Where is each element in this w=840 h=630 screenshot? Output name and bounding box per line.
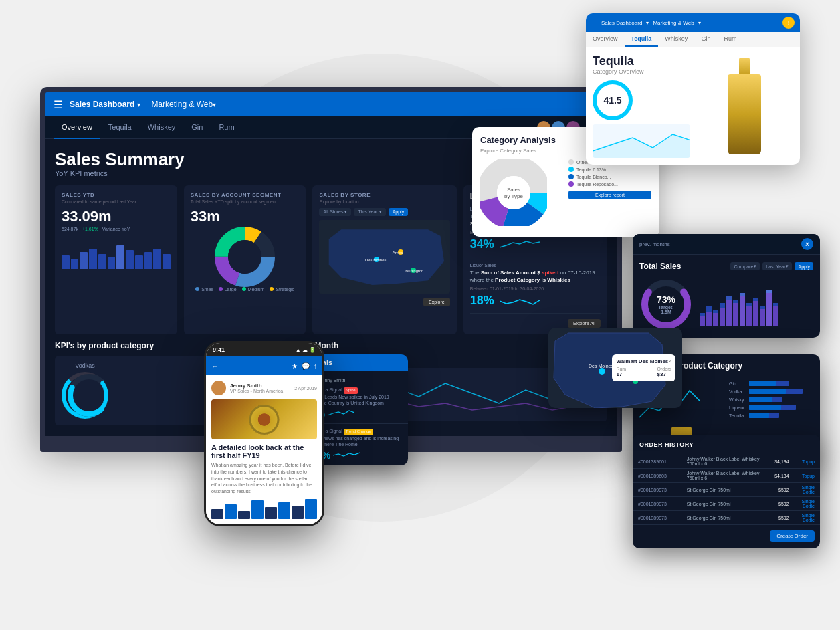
bar-jul — [116, 245, 124, 269]
svg-point-60 — [599, 368, 605, 375]
bar-feb — [71, 259, 79, 269]
svg-rect-52 — [749, 397, 772, 402]
order-action-5[interactable]: Single Bottle — [792, 513, 815, 522]
explore-btn[interactable]: Explore — [423, 298, 450, 306]
sales-bar-area — [700, 280, 813, 329]
tab-overview[interactable]: Overview — [54, 116, 100, 139]
popup-close[interactable]: × — [668, 358, 671, 364]
last-year-ctrl-btn[interactable]: Last Year ▾ — [762, 262, 792, 270]
nav-title: Sales Dashboard — [70, 100, 134, 109]
legend-medium: Medium — [242, 287, 265, 292]
phone-nav-bar: ← ★ 💬 ↑ — [206, 356, 322, 375]
compare-ctrl-btn[interactable]: Compare ▾ — [730, 262, 760, 270]
phone-article: Jenny Smith VP Sales - North America 2 A… — [206, 375, 322, 524]
order-action-1[interactable]: Topup — [792, 459, 815, 464]
map-label-burlington: Burlington — [405, 269, 423, 273]
all-stores-btn[interactable]: All Stores ▾ — [319, 208, 351, 216]
nav-chevron2-icon: ▾ — [213, 101, 216, 108]
bar-aug — [126, 250, 134, 269]
ring-percentage: 73% — [653, 294, 679, 305]
tequila-nav-hamburger: ☰ — [591, 19, 597, 27]
total-sales-title-row: Total Sales Compare ▾ Last Year ▾ Apply — [633, 255, 820, 278]
orders-table: #0001389601 Johny Walker Black Label Whi… — [633, 455, 820, 525]
phone-avatar — [211, 381, 226, 395]
phone-nav-actions: ★ 💬 ↑ — [292, 362, 317, 370]
map-label-desmoines: Des Moines — [365, 258, 387, 262]
ptab-gin[interactable]: Gin — [694, 32, 717, 47]
phone-chat-icon[interactable]: 💬 — [302, 362, 310, 370]
order-row-3: #0001389973 St George Gin 750ml $592 Sin… — [633, 483, 820, 497]
legend-text-tequila-blanco: Tequila Blanco... — [576, 175, 611, 179]
legend-dot-large — [219, 287, 223, 291]
legend-dot-tequila-reposado — [568, 181, 574, 187]
tequila-panel-body: Tequila Category Overview 41.5 — [586, 47, 800, 165]
svg-rect-32 — [713, 313, 718, 326]
tequila-left-panel: Tequila Category Overview 41.5 — [593, 54, 690, 158]
order-name-2: Johny Walker Black Label Whiskey 750ml x… — [687, 471, 764, 480]
svg-rect-33 — [720, 308, 725, 326]
map-area: Des Moines Ames Burlington — [319, 220, 449, 294]
this-year-btn[interactable]: This Year ▾ — [354, 208, 385, 216]
svg-rect-36 — [740, 296, 745, 326]
phone-bar-7 — [292, 506, 304, 519]
map-apply-btn[interactable]: Apply — [389, 208, 409, 216]
create-order-btn[interactable]: Create Order — [770, 530, 815, 542]
tab-tequila[interactable]: Tequila — [100, 116, 140, 139]
cat-analysis-body: Sales by Type Other Tequila 6.13% Tequil… — [480, 159, 651, 229]
explore-report-btn[interactable]: Explore report — [568, 191, 651, 199]
popup-header: Walmart Des Moines × — [616, 358, 671, 364]
product-cat-bar-svg: Gin Vodka Whisky Liqueur Tequila — [729, 377, 809, 424]
order-action-3[interactable]: Single Bottle — [792, 485, 815, 494]
tequila-panel-nav: ☰ Sales Dashboard ▾ Marketing & Web ▾ ! — [586, 13, 800, 32]
ring-value-display: 73% Target: 1.5M — [653, 294, 679, 314]
total-sales-bar-svg — [700, 280, 813, 326]
close-button[interactable]: × — [801, 238, 813, 250]
ptab-tequila[interactable]: Tequila — [625, 32, 659, 47]
signal-text-2: The Sum of Sales Amount $ spiked on 07-1… — [470, 269, 601, 284]
apply-ctrl-btn[interactable]: Apply — [795, 262, 813, 270]
popup-orders: Orders $37 — [657, 366, 671, 377]
total-sales-header: prev. months × — [633, 234, 820, 255]
tab-rum[interactable]: Rum — [211, 116, 242, 139]
order-action-4[interactable]: Single Bottle — [792, 499, 815, 508]
ptab-overview[interactable]: Overview — [586, 32, 625, 47]
tequila-sparkline-svg — [593, 124, 690, 158]
legend-text-tequila-reposado: Tequila Reposado... — [576, 182, 618, 187]
sales-account-title: SALES BY ACCOUNT SEGMENT — [191, 192, 300, 198]
bar-mar — [80, 252, 88, 269]
bar-sep — [135, 255, 143, 269]
phone-status-icons: ▲ ☁ 🔋 — [296, 347, 316, 353]
phone-back-icon[interactable]: ← — [211, 362, 218, 370]
legend-strategic: Strategic — [270, 287, 294, 292]
svg-rect-55 — [749, 405, 781, 410]
explore-all-btn[interactable]: Explore All — [568, 319, 601, 328]
legend-small: Small — [195, 287, 213, 292]
phone-star-icon[interactable]: ★ — [292, 362, 298, 370]
order-action-2[interactable]: Topup — [792, 474, 815, 478]
legend-text-tequila: Tequila 6.13% — [576, 167, 606, 172]
sales-account-value: 33m — [191, 208, 300, 225]
tab-whiskey[interactable]: Whiskey — [140, 116, 184, 139]
orders-header: ORDER HISTORY — [633, 435, 820, 455]
svg-text:Des Moines: Des Moines — [589, 364, 613, 369]
bottle-neck — [739, 58, 750, 74]
popup-orders-value: $37 — [657, 371, 671, 377]
hamburger-icon[interactable]: ☰ — [54, 98, 63, 111]
phone-article-text: What an amazing year it has been. Before… — [211, 462, 317, 495]
panel-orders: ORDER HISTORY #0001389601 Johny Walker B… — [633, 435, 820, 548]
tab-gin[interactable]: Gin — [183, 116, 211, 139]
donut-legend: Small Large Medium — [195, 287, 294, 292]
svg-point-5 — [228, 240, 261, 274]
sales-ytd-meta: 524.87k +1.61% Variance YoY — [62, 227, 171, 231]
total-sales-controls: Compare ▾ Last Year ▾ Apply — [730, 262, 813, 270]
sales-account-subtitle: Total Sales YTD split by account segment — [191, 199, 300, 204]
ptab-rum[interactable]: Rum — [717, 32, 743, 47]
phone-share-icon[interactable]: ↑ — [314, 362, 317, 370]
legend-dot-small — [195, 287, 199, 291]
legend-label-small: Small — [201, 287, 213, 292]
svg-text:by Type: by Type — [504, 193, 523, 199]
signal-item-2: Liquor Sales The Sum of Sales Amount $ s… — [470, 263, 601, 314]
legend-dot-other — [568, 159, 574, 165]
svg-rect-37 — [746, 306, 752, 326]
ptab-whiskey[interactable]: Whiskey — [658, 32, 694, 47]
